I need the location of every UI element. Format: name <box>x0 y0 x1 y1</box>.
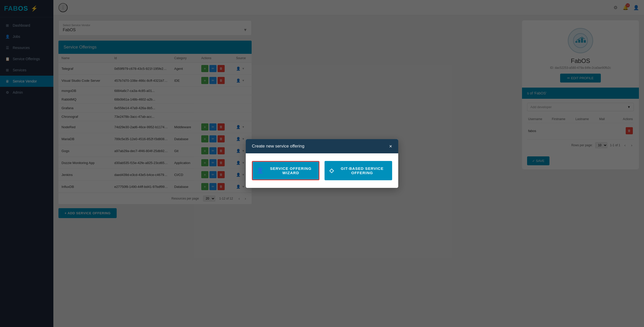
modal-body: 👤 SERVICE OFFERING WIZARD ◇ GIT-BASED SE… <box>246 153 398 188</box>
git-based-service-offering-button[interactable]: ◇ GIT-BASED SERVICE OFFERING <box>325 161 392 180</box>
modal-overlay[interactable]: Create new service offering × 👤 SERVICE … <box>0 0 644 327</box>
git-icon: ◇ <box>329 167 334 174</box>
service-offering-wizard-button[interactable]: 👤 SERVICE OFFERING WIZARD <box>252 161 319 180</box>
wizard-icon: 👤 <box>257 167 264 174</box>
modal: Create new service offering × 👤 SERVICE … <box>246 139 398 188</box>
modal-close-button[interactable]: × <box>389 144 392 149</box>
modal-title: Create new service offering <box>252 144 304 149</box>
modal-header: Create new service offering × <box>246 139 398 153</box>
